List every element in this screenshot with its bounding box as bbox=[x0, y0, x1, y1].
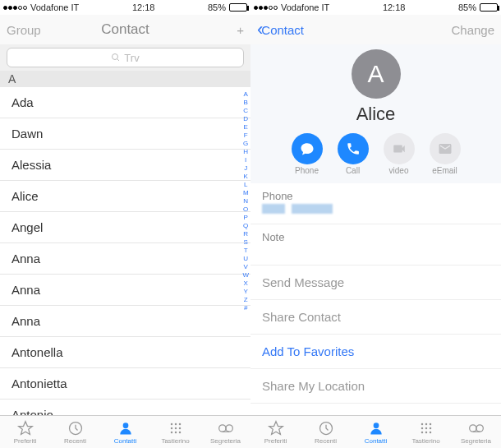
index-letter[interactable]: H bbox=[242, 148, 249, 156]
svg-point-10 bbox=[178, 427, 181, 429]
tab-fav[interactable]: Preferiti bbox=[0, 416, 50, 448]
index-letter[interactable]: # bbox=[242, 304, 249, 312]
index-letter[interactable]: Y bbox=[242, 288, 249, 296]
index-letter[interactable]: S bbox=[242, 238, 249, 247]
index-letter[interactable]: Q bbox=[242, 222, 249, 230]
search-placeholder: Trv bbox=[124, 52, 139, 64]
action-share-my-location[interactable]: Share My Location bbox=[250, 369, 501, 404]
svg-point-8 bbox=[170, 427, 172, 429]
battery-pct: 85% bbox=[458, 2, 476, 12]
contact-row[interactable]: Dawn bbox=[0, 118, 250, 150]
vm-icon bbox=[467, 420, 486, 436]
contact-row[interactable]: Alessia bbox=[0, 150, 250, 181]
index-letter[interactable]: O bbox=[242, 206, 249, 214]
groups-button[interactable]: Group bbox=[7, 23, 56, 37]
contact-list-screen: Vodafone IT 12:18 85% Group Contact + Tr… bbox=[0, 0, 250, 415]
tab-key[interactable]: Tastierino bbox=[401, 416, 451, 448]
add-contact-button[interactable]: + bbox=[195, 23, 244, 37]
action-share-contact[interactable]: Share Contact bbox=[250, 300, 501, 335]
con-icon bbox=[117, 420, 134, 436]
action-send-message[interactable]: Send Message bbox=[250, 266, 501, 300]
svg-point-20 bbox=[421, 423, 423, 425]
battery-pct: 85% bbox=[208, 2, 226, 12]
tab-vm[interactable]: Segreteria bbox=[200, 416, 250, 448]
contact-row[interactable]: Antonella bbox=[0, 337, 250, 368]
battery-icon bbox=[480, 3, 498, 12]
index-letter[interactable]: U bbox=[242, 255, 249, 263]
index-letter[interactable]: I bbox=[242, 156, 249, 164]
index-letter[interactable]: L bbox=[242, 181, 249, 189]
svg-point-27 bbox=[425, 431, 427, 433]
svg-point-28 bbox=[429, 431, 431, 433]
back-button[interactable]: ‹Contact bbox=[257, 19, 306, 40]
index-letter[interactable]: J bbox=[242, 164, 249, 173]
contact-row[interactable]: Alice bbox=[0, 181, 250, 212]
tab-rec[interactable]: Recenti bbox=[50, 416, 100, 448]
search-input[interactable]: Trv bbox=[7, 48, 244, 67]
contact-row[interactable]: Antonio bbox=[0, 400, 250, 415]
svg-point-6 bbox=[174, 423, 177, 425]
tab-vm[interactable]: Segreteria bbox=[451, 416, 501, 448]
search-icon bbox=[111, 53, 121, 62]
contact-row[interactable]: Ada bbox=[0, 87, 250, 118]
svg-point-21 bbox=[425, 423, 427, 425]
index-letter[interactable]: M bbox=[242, 189, 249, 197]
index-letter[interactable]: G bbox=[242, 140, 249, 148]
phone-field[interactable]: Phone bbox=[250, 183, 501, 224]
video-icon bbox=[384, 133, 415, 164]
index-letter[interactable]: C bbox=[242, 107, 249, 115]
video-button: video bbox=[384, 133, 415, 175]
signal-dots bbox=[254, 6, 278, 10]
call-icon bbox=[338, 133, 369, 164]
svg-point-25 bbox=[429, 427, 431, 429]
index-letter[interactable]: N bbox=[242, 197, 249, 206]
index-letter[interactable]: D bbox=[242, 115, 249, 123]
call-button[interactable]: Call bbox=[338, 133, 369, 175]
index-letter[interactable]: V bbox=[242, 263, 249, 271]
contact-row[interactable]: Antonietta bbox=[0, 368, 250, 400]
svg-point-14 bbox=[218, 424, 225, 431]
svg-point-23 bbox=[421, 427, 423, 429]
svg-point-5 bbox=[170, 423, 172, 425]
tab-fav[interactable]: Preferiti bbox=[250, 416, 301, 448]
fav-icon bbox=[267, 420, 285, 436]
svg-point-0 bbox=[113, 54, 118, 60]
index-letter[interactable]: X bbox=[242, 279, 249, 288]
alpha-index[interactable]: ABCDEFGHIJKLMNOPQRSTUVWXYZ# bbox=[242, 90, 249, 312]
con-icon bbox=[368, 420, 384, 436]
index-letter[interactable]: Z bbox=[242, 296, 249, 304]
signal-dots bbox=[3, 6, 27, 10]
index-letter[interactable]: E bbox=[242, 123, 249, 132]
index-letter[interactable]: P bbox=[242, 214, 249, 222]
index-letter[interactable]: T bbox=[242, 247, 249, 255]
action-add-to-favorites[interactable]: Add To Favorites bbox=[250, 335, 501, 369]
edit-button[interactable]: Change bbox=[445, 23, 494, 37]
phone-redacted bbox=[262, 204, 285, 214]
svg-marker-17 bbox=[269, 421, 283, 434]
tab-key[interactable]: Tastierino bbox=[150, 416, 200, 448]
svg-point-26 bbox=[421, 431, 423, 433]
email-button: eEmail bbox=[430, 133, 461, 175]
clock: 12:18 bbox=[383, 2, 406, 12]
tab-con[interactable]: Contatti bbox=[351, 416, 401, 448]
contact-row[interactable]: Anna bbox=[0, 306, 250, 337]
index-letter[interactable]: B bbox=[242, 99, 249, 107]
contact-header: A Alice PhoneCallvideoeEmail bbox=[250, 44, 501, 183]
index-letter[interactable]: W bbox=[242, 271, 249, 279]
contact-row[interactable]: Anna bbox=[0, 275, 250, 306]
contact-detail-screen: Vodafone IT 12:18 85% ‹Contact Change A … bbox=[250, 0, 501, 415]
index-letter[interactable]: K bbox=[242, 173, 249, 181]
contact-list[interactable]: ABCDEFGHIJKLMNOPQRSTUVWXYZ# AdaDawnAless… bbox=[0, 87, 250, 415]
index-letter[interactable]: R bbox=[242, 230, 249, 238]
carrier-label: Vodafone IT bbox=[281, 2, 329, 12]
contact-row[interactable]: Angel bbox=[0, 212, 250, 243]
rec-icon bbox=[318, 420, 334, 436]
index-letter[interactable]: A bbox=[242, 90, 249, 99]
index-letter[interactable]: F bbox=[242, 132, 249, 140]
note-field[interactable]: Note bbox=[250, 224, 501, 266]
tab-rec[interactable]: Recenti bbox=[301, 416, 351, 448]
contact-row[interactable]: Anna bbox=[0, 243, 250, 275]
tab-con[interactable]: Contatti bbox=[100, 416, 150, 448]
message-button[interactable]: Phone bbox=[292, 133, 323, 175]
svg-point-22 bbox=[429, 423, 431, 425]
